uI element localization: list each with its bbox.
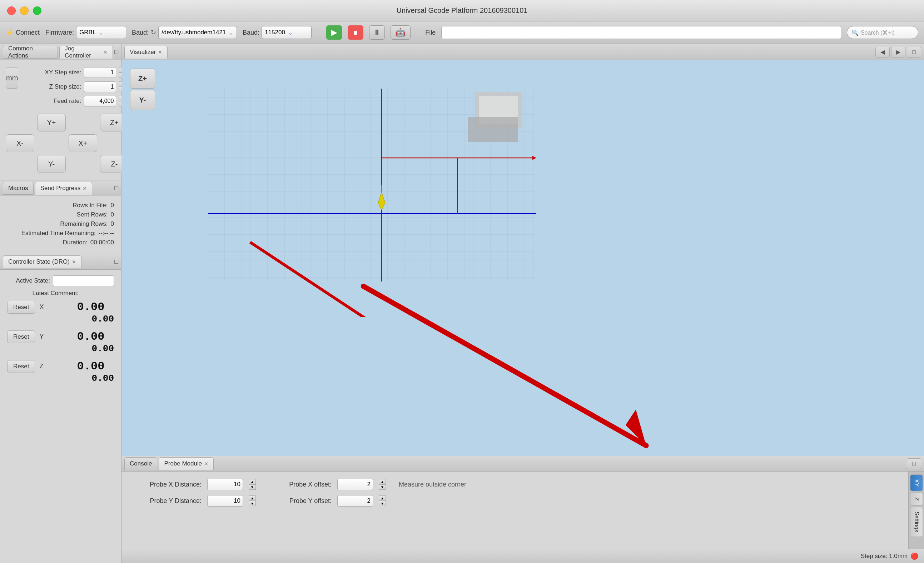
active-state-row: Active State: <box>7 276 114 286</box>
firmware-dropdown-arrow: ⌄ <box>99 29 103 36</box>
probe-y-off-down[interactable]: ▼ <box>379 501 386 506</box>
search-icon: 🔍 <box>852 29 859 36</box>
port-select[interactable]: /dev/tty.usbmodem1421 ⌄ <box>158 26 237 39</box>
jog-controller-tab-close[interactable]: ✕ <box>103 49 108 55</box>
probe-x-off-up[interactable]: ▲ <box>379 479 386 484</box>
step-size-icon: 🔴 <box>910 552 918 560</box>
play-button[interactable]: ▶ <box>326 25 342 40</box>
sent-rows-label: Sent Rows: <box>77 211 108 218</box>
jog-y-plus-button[interactable]: Y+ <box>37 114 66 132</box>
probe-y-offset-label: Probe Y offset: <box>267 497 332 505</box>
probe-y-distance-row: Probe Y Distance: ▲ ▼ Probe Y offset: ▲ … <box>130 495 900 506</box>
feed-rate-input[interactable] <box>84 96 116 106</box>
unit-label: mm <box>6 67 18 88</box>
visualizer-area: Z+ Y- <box>122 60 924 456</box>
separator1 <box>319 25 319 40</box>
tab-dro[interactable]: Controller State (DRO) ✕ <box>3 255 81 268</box>
duration-value: 00:00:00 <box>90 239 114 246</box>
baud-select[interactable]: 115200 ⌄ <box>261 26 312 39</box>
viz-nav-next[interactable]: ▶ <box>891 47 905 57</box>
console-expand[interactable]: □ <box>907 458 921 469</box>
file-input[interactable] <box>441 26 841 39</box>
dro-panel-maximize[interactable]: □ <box>114 258 118 265</box>
main-layout: Common Actions Jog Controller ✕ □ mm XY … <box>0 44 924 563</box>
search-box[interactable]: 🔍 Search (⌘+l) <box>847 26 918 39</box>
refresh-icon[interactable]: ↻ <box>151 28 156 36</box>
tab-macros[interactable]: Macros <box>3 182 34 195</box>
stop-button[interactable]: ■ <box>348 25 363 40</box>
remaining-rows-value: 0 <box>111 220 114 228</box>
maximize-window-button[interactable] <box>33 6 42 15</box>
baud2-section: Baud: 115200 ⌄ <box>243 26 312 39</box>
file-label: File <box>425 29 435 36</box>
dro-z-value1: 0.00 <box>54 360 104 373</box>
pause-button[interactable]: ⏸ <box>369 25 385 40</box>
separator2 <box>418 25 418 40</box>
dro-z-reset-button[interactable]: Reset <box>7 360 35 373</box>
connect-label[interactable]: Connect <box>16 29 40 36</box>
probe-x-dist-up[interactable]: ▲ <box>249 479 256 484</box>
xy-step-row: XY Step size: ▲ ▼ <box>24 67 126 78</box>
visualizer-tab-close[interactable]: ✕ <box>158 49 162 55</box>
probe-tab-xy[interactable]: XY <box>910 475 923 491</box>
tab-send-progress[interactable]: Send Progress ✕ <box>35 182 92 195</box>
probe-y-distance-input[interactable] <box>207 495 243 506</box>
viz-nav-expand[interactable]: □ <box>907 47 921 57</box>
tab-common-actions[interactable]: Common Actions <box>3 46 58 58</box>
probe-y-off-up[interactable]: ▲ <box>379 496 386 501</box>
send-progress-tab-close[interactable]: ✕ <box>82 186 87 191</box>
sub-panel-maximize[interactable]: □ <box>114 184 118 192</box>
viz-nav-prev[interactable]: ◀ <box>875 47 890 57</box>
jog-empty-5 <box>6 155 34 173</box>
robot-button[interactable]: 🤖 <box>390 25 411 40</box>
estimated-time-label: Estimated Time Remaining: <box>21 230 96 237</box>
probe-y-distance-spinner[interactable]: ▲ ▼ <box>249 496 256 506</box>
tab-probe-module[interactable]: Probe Module ✕ <box>159 457 214 470</box>
firmware-select[interactable]: GRBL ⌄ <box>76 26 126 39</box>
probe-x-dist-down[interactable]: ▼ <box>249 484 256 490</box>
status-bar: Step size: 1.0mm 🔴 <box>122 549 924 563</box>
probe-x-offset-spinner[interactable]: ▲ ▼ <box>379 479 386 490</box>
z-step-input[interactable] <box>84 81 116 92</box>
probe-x-offset-input[interactable] <box>337 479 373 490</box>
jog-y-minus-button[interactable]: Y- <box>37 155 66 173</box>
probe-module-tab-close[interactable]: ✕ <box>204 461 208 467</box>
jog-x-plus-button[interactable]: X+ <box>69 134 97 152</box>
panel-maximize-button[interactable]: □ <box>114 48 118 56</box>
minimize-window-button[interactable] <box>20 6 28 15</box>
xy-step-label: XY Step size: <box>24 69 81 76</box>
dro-y-reset-button[interactable]: Reset <box>7 331 35 343</box>
dro-x-label: X <box>39 303 50 311</box>
dro-z-axis: Reset Z 0.00 0.00 <box>7 360 114 384</box>
baud-dropdown-arrow: ⌄ <box>288 29 292 36</box>
probe-y-dist-down[interactable]: ▼ <box>249 501 256 506</box>
probe-x-distance-spinner[interactable]: ▲ ▼ <box>249 479 256 490</box>
probe-tab-z[interactable]: Z <box>910 493 923 506</box>
jog-empty-1 <box>6 114 34 132</box>
active-state-input[interactable] <box>53 276 114 286</box>
xy-step-input[interactable] <box>84 67 116 78</box>
latest-comment-label: Latest Comment: <box>7 290 79 297</box>
viz-z-plus-button[interactable]: Z+ <box>130 69 155 88</box>
measure-outside-corner-label: Measure outside corner <box>399 481 466 488</box>
probe-x-off-down[interactable]: ▼ <box>379 484 386 490</box>
send-progress-content: Rows In File: 0 Sent Rows: 0 Remaining R… <box>0 196 121 254</box>
estimated-time-row: Estimated Time Remaining: --:--:-- <box>7 230 114 237</box>
close-window-button[interactable] <box>7 6 16 15</box>
probe-y-offset-input[interactable] <box>337 495 373 506</box>
probe-y-offset-spinner[interactable]: ▲ ▼ <box>379 496 386 506</box>
jog-x-minus-button[interactable]: X- <box>6 134 34 152</box>
tab-visualizer[interactable]: Visualizer ✕ <box>124 46 168 58</box>
jog-panel-tabs: Common Actions Jog Controller ✕ □ <box>0 44 121 60</box>
viz-y-minus-button[interactable]: Y- <box>130 90 155 110</box>
jog-panel-content: mm XY Step size: ▲ ▼ Z Step size: <box>0 60 121 180</box>
console-expand-button[interactable]: □ <box>907 458 921 469</box>
jog-empty-2 <box>69 114 97 132</box>
dro-tab-close[interactable]: ✕ <box>72 259 76 265</box>
probe-tab-settings[interactable]: Settings <box>910 507 923 537</box>
tab-jog-controller[interactable]: Jog Controller ✕ <box>59 46 113 58</box>
probe-x-distance-input[interactable] <box>207 479 243 490</box>
dro-x-reset-button[interactable]: Reset <box>7 301 35 314</box>
tab-console[interactable]: Console <box>124 457 157 470</box>
probe-y-dist-up[interactable]: ▲ <box>249 496 256 501</box>
